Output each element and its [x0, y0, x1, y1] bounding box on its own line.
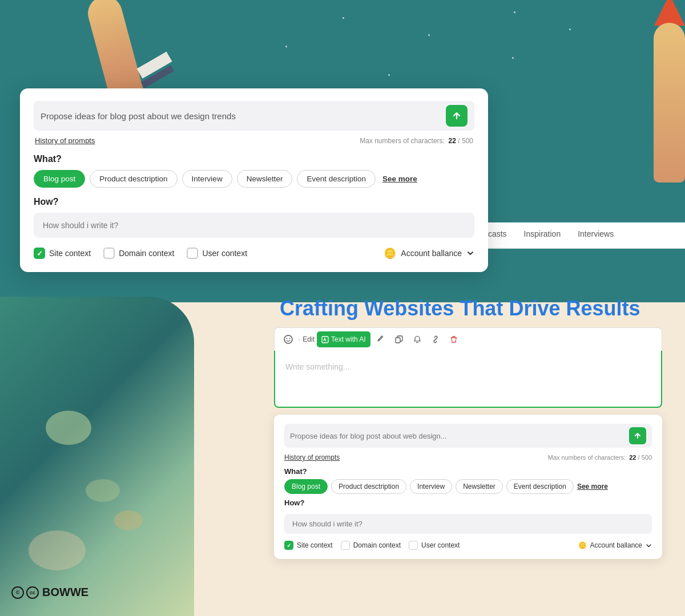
bell-icon [413, 335, 421, 343]
rocket-right-decoration [616, 23, 685, 308]
main-popup: History of prompts Max numbers of charac… [20, 88, 488, 272]
mini-chevron-down-icon [646, 542, 652, 549]
secondary-panel: Crafting Websites That Drive Results Edi… [274, 297, 662, 559]
bowwe-text: BOWWE [42, 586, 88, 599]
arrow-up-icon [452, 111, 462, 121]
tag-interview[interactable]: Interview [182, 170, 232, 188]
mini-site-context-cb [284, 541, 293, 550]
char-current: 22 [449, 137, 456, 145]
account-balance-btn[interactable]: 🪙 Account ballance [384, 247, 474, 260]
link-button[interactable] [428, 331, 444, 347]
nav-tabs: Podcasts Inspiration Interviews [457, 222, 685, 249]
how-input[interactable] [34, 213, 474, 238]
mini-arrow-up-icon [634, 432, 642, 440]
site-context-checkbox[interactable]: Site context [34, 248, 91, 259]
domain-context-checkbox[interactable]: Domain context [103, 248, 174, 259]
mini-tag-newsletter[interactable]: Newsletter [456, 479, 503, 494]
user-context-label: User context [202, 249, 247, 258]
what-label: What? [34, 154, 474, 164]
chevron-down-icon [466, 249, 474, 257]
mini-site-context-label: Site context [297, 541, 333, 549]
mini-meta-row: History of prompts Max numbers of charac… [284, 453, 652, 461]
mini-user-context-checkbox[interactable]: User context [409, 541, 460, 550]
write-placeholder: Write something... [285, 362, 350, 371]
meta-row: History of prompts Max numbers of charac… [34, 136, 474, 145]
mini-char-max: 500 [642, 454, 652, 461]
mini-account-balance-btn[interactable]: 🪙 Account ballance [578, 541, 652, 549]
pen-button[interactable] [373, 331, 389, 347]
star-decoration [428, 34, 430, 36]
mini-domain-context-checkbox[interactable]: Domain context [341, 541, 401, 550]
mini-domain-context-cb [341, 541, 350, 550]
mini-bottom-row: Site context Domain context User context… [284, 541, 652, 550]
domain-context-cb [103, 248, 115, 259]
mini-domain-context-label: Domain context [353, 541, 401, 549]
mini-how-label: How? [284, 499, 652, 507]
mini-search-input[interactable] [290, 432, 624, 440]
char-count: Max numbers of characters: 22 / 500 [360, 137, 473, 145]
mini-tag-interview[interactable]: Interview [410, 479, 452, 494]
write-area[interactable]: Write something... [274, 351, 662, 408]
svg-point-0 [284, 335, 292, 343]
bottom-row: Site context Domain context User context… [34, 247, 474, 260]
svg-point-1 [287, 338, 288, 339]
main-search-input[interactable] [41, 111, 440, 121]
star-decoration [514, 11, 515, 13]
text-ai-label: Text with AI [331, 335, 366, 343]
mini-checkboxes-group: Site context Domain context User context [284, 541, 460, 550]
mini-popup: History of prompts Max numbers of charac… [274, 415, 662, 559]
see-more-link[interactable]: See more [382, 175, 417, 183]
site-context-cb [34, 248, 45, 259]
edit-label: Edit [303, 335, 315, 343]
tab-interviews[interactable]: Interviews [578, 229, 614, 241]
char-separator: / [458, 137, 462, 145]
mini-user-context-cb [409, 541, 418, 550]
mini-how-input[interactable] [284, 514, 652, 534]
char-max: 500 [462, 137, 473, 145]
copy-icon [395, 335, 403, 343]
mini-user-context-label: User context [421, 541, 460, 549]
pen-icon [377, 335, 385, 343]
tab-inspiration[interactable]: Inspiration [524, 229, 561, 241]
mini-site-context-checkbox[interactable]: Site context [284, 541, 333, 550]
edit-button[interactable]: Edit [299, 331, 315, 347]
trash-icon [450, 335, 458, 343]
delete-button[interactable] [446, 331, 462, 347]
mini-submit-button[interactable] [629, 427, 646, 444]
tags-row: Blog post Product desctription Interview… [34, 170, 474, 188]
mini-see-more-link[interactable]: See more [577, 483, 608, 491]
mini-tag-blog-post[interactable]: Blog post [284, 479, 328, 494]
how-label: How? [34, 197, 474, 207]
account-balance-label: Account ballance [401, 249, 462, 258]
user-context-cb [187, 248, 198, 259]
mini-history-link[interactable]: History of prompts [284, 453, 340, 461]
bowwe-logo: © cc BOWWE [11, 586, 88, 599]
star-decoration [569, 29, 571, 30]
mini-tag-product-description[interactable]: Product desctription [331, 479, 406, 494]
emoji-button[interactable] [280, 331, 296, 347]
user-context-checkbox[interactable]: User context [187, 248, 247, 259]
history-prompts-link[interactable]: History of prompts [35, 136, 95, 145]
cc-icon: © [11, 586, 24, 599]
star-decoration [388, 74, 390, 76]
bell-button[interactable] [409, 331, 425, 347]
copy-button[interactable] [391, 331, 407, 347]
mini-char-current: 22 [629, 454, 636, 461]
mini-coins-icon: 🪙 [578, 541, 587, 549]
main-submit-button[interactable] [446, 105, 468, 127]
tag-blog-post[interactable]: Blog post [34, 170, 85, 188]
star-decoration [512, 57, 514, 59]
tag-event-description[interactable]: Event description [297, 170, 376, 188]
emoji-icon [284, 335, 293, 344]
svg-point-2 [289, 338, 291, 339]
checkboxes-group: Site context Domain context User context [34, 248, 247, 259]
text-ai-button[interactable]: Text with AI [317, 331, 370, 347]
search-row [34, 101, 474, 131]
terrain-decoration [0, 297, 194, 616]
mini-tags-row: Blog post Product desctription Interview… [284, 479, 652, 494]
mini-tag-event-description[interactable]: Event description [506, 479, 574, 494]
edit-icon [299, 336, 300, 343]
tag-product-description[interactable]: Product desctription [90, 170, 177, 188]
star-decoration [285, 46, 287, 47]
tag-newsletter[interactable]: Newsletter [237, 170, 293, 188]
